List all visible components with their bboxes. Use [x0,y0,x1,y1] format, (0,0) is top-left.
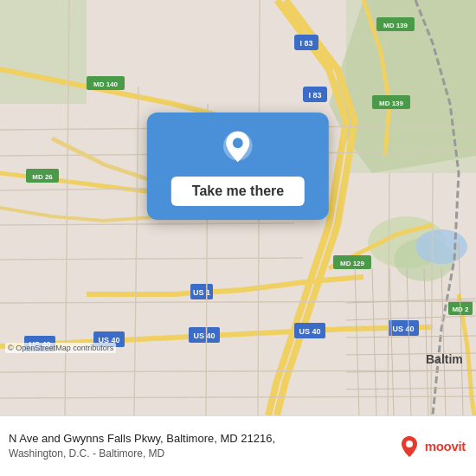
bottom-info-bar: N Ave and Gwynns Falls Pkwy, Baltimore, … [0,415,476,476]
route-text: Washington, D.C. - Baltimore, MD [9,447,397,461]
svg-point-66 [233,138,243,148]
map-view[interactable]: I 83 I 83 83 MD 140 MD 26 MD 139 MD 139 … [0,0,476,415]
svg-point-6 [415,229,467,264]
location-pin-icon [219,130,257,168]
svg-point-67 [406,441,413,447]
svg-text:MD 140: MD 140 [93,80,119,88]
svg-text:MD 129: MD 129 [340,260,365,267]
address-block: N Ave and Gwynns Falls Pkwy, Baltimore, … [9,431,397,461]
take-me-there-button[interactable]: Take me there [171,177,305,206]
moovit-brand-text: moovit [425,439,466,453]
svg-text:MD 26: MD 26 [32,173,53,181]
svg-text:I 83: I 83 [308,91,321,100]
svg-text:US 40: US 40 [193,331,215,340]
svg-text:US 1: US 1 [193,288,210,297]
svg-text:MD 139: MD 139 [379,100,404,107]
svg-text:US 40: US 40 [392,325,414,333]
svg-text:MD 139: MD 139 [383,22,408,29]
svg-rect-1 [0,0,87,104]
svg-text:I 83: I 83 [299,39,312,48]
navigation-popup: Take me there [147,113,329,220]
moovit-pin-icon [397,434,421,459]
map-attribution: © OpenStreetMap contributors [5,343,116,353]
address-text: N Ave and Gwynns Falls Pkwy, Baltimore, … [9,431,397,447]
svg-text:Baltim: Baltim [426,352,463,366]
svg-text:US 40: US 40 [299,327,320,336]
moovit-logo: moovit [397,434,466,459]
